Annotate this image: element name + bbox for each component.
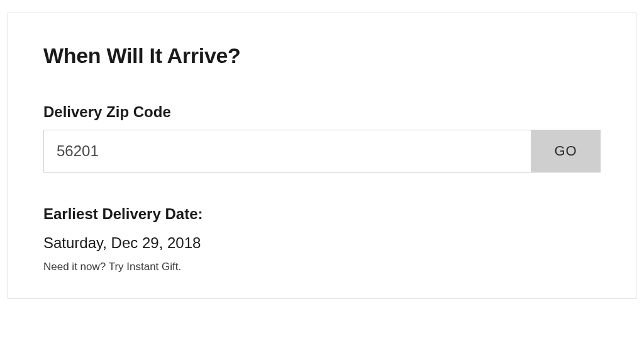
card-title: When Will It Arrive? [43,43,601,68]
earliest-delivery-label: Earliest Delivery Date: [43,205,601,223]
instant-gift-hint[interactable]: Need it now? Try Instant Gift. [43,261,601,273]
go-button[interactable]: GO [531,130,601,173]
zip-input-row: GO [43,130,601,173]
zip-label: Delivery Zip Code [43,103,601,121]
earliest-delivery-date: Saturday, Dec 29, 2018 [43,234,601,252]
zip-input[interactable] [43,130,531,173]
arrival-card: When Will It Arrive? Delivery Zip Code G… [8,13,636,299]
